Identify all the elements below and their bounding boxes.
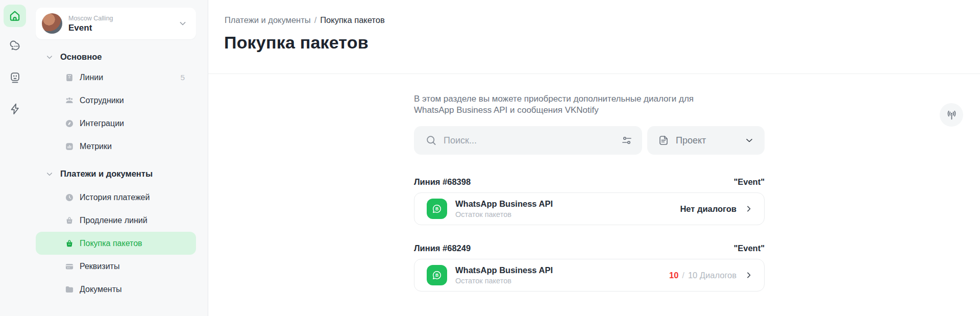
- sidebar-item-label: Линии: [80, 73, 103, 82]
- whatsapp-business-icon: B: [427, 265, 447, 285]
- app-window: Moscow Calling Event Основное Линии 5: [0, 0, 980, 316]
- card-texts: WhatsApp Business API Остаток пакетов: [455, 199, 680, 219]
- sidebar-item-requisites[interactable]: Реквизиты: [36, 255, 196, 278]
- rail-chats-button[interactable]: [4, 34, 26, 57]
- svg-text:B: B: [435, 273, 438, 278]
- package-card[interactable]: B WhatsApp Business API Остаток пакетов …: [414, 259, 765, 291]
- card-right: Нет диалогов: [680, 204, 754, 214]
- line-group-head: Линия #68249 "Event": [414, 244, 765, 253]
- account-company: Moscow Calling: [68, 14, 178, 22]
- sidebar-item-label: Реквизиты: [80, 262, 119, 271]
- section-main[interactable]: Основное: [30, 52, 208, 62]
- account-name: Event: [68, 22, 178, 33]
- dialogs-remaining: 10: [669, 271, 678, 280]
- sidebar-item-payment-history[interactable]: История платежей: [36, 186, 196, 209]
- page-title: Покупка пакетов: [224, 33, 369, 53]
- credit-card-icon: [64, 261, 75, 272]
- section-payments[interactable]: Платежи и документы: [30, 169, 208, 179]
- sidebar-item-label: Покупка пакетов: [80, 239, 142, 248]
- sidebar-item-employees[interactable]: Сотрудники: [36, 89, 196, 112]
- search-input[interactable]: [444, 135, 615, 146]
- chevron-right-icon: [744, 204, 754, 214]
- card-right: 10 / 10 Диалогов: [669, 270, 754, 280]
- chevron-down-icon: [45, 53, 54, 61]
- breadcrumb: Платежи и документы / Покупка пакетов: [225, 15, 385, 25]
- sidebar-item-label: Продление линий: [80, 216, 148, 225]
- nav-list-payments: История платежей Продление линий Покупка…: [30, 186, 208, 301]
- sidebar-item-label: Сотрудники: [80, 96, 124, 105]
- line-group: Линия #68249 "Event" B WhatsApp Business…: [414, 244, 765, 291]
- description-line: В этом разделе вы можете приобрести допо…: [414, 93, 765, 105]
- metrics-icon: [64, 141, 75, 152]
- product-name: WhatsApp Business API: [455, 265, 669, 275]
- filter-settings-icon[interactable]: [621, 134, 633, 147]
- sidebar-item-documents[interactable]: Документы: [36, 278, 196, 301]
- counter-separator: /: [682, 271, 684, 280]
- broadcast-icon: [945, 108, 959, 122]
- whatsapp-business-icon: B: [427, 199, 447, 219]
- purchase-section: В этом разделе вы можете приобрести допо…: [414, 74, 765, 291]
- line-group: Линия #68398 "Event" B WhatsApp Business…: [414, 177, 765, 225]
- chevron-down-icon: [178, 18, 188, 29]
- nav-list-main: Линии 5 Сотрудники Интеграции Метрики: [30, 66, 208, 158]
- dialogs-counter: 10 / 10 Диалогов: [669, 271, 737, 280]
- product-name: WhatsApp Business API: [455, 199, 680, 209]
- sidebar-item-integrations[interactable]: Интеграции: [36, 112, 196, 135]
- account-switcher[interactable]: Moscow Calling Event: [36, 8, 196, 39]
- product-subtitle: Остаток пакетов: [455, 276, 669, 285]
- package-card[interactable]: B WhatsApp Business API Остаток пакетов …: [414, 192, 765, 225]
- sidebar-item-metrics[interactable]: Метрики: [36, 135, 196, 158]
- project-filter-dropdown[interactable]: Проект: [647, 126, 765, 155]
- sidebar-item-line-renewal[interactable]: Продление линий: [36, 209, 196, 232]
- filters-row: Проект: [414, 126, 765, 155]
- rail-lightning-button[interactable]: [4, 98, 26, 120]
- home-icon: [8, 9, 21, 22]
- product-subtitle: Остаток пакетов: [455, 210, 680, 219]
- dialogs-total: 10 Диалогов: [688, 271, 737, 280]
- breadcrumb-current: Покупка пакетов: [320, 15, 384, 25]
- rail-home-button[interactable]: [4, 5, 26, 27]
- project-icon: [657, 134, 670, 147]
- search-icon: [425, 134, 437, 147]
- breadcrumb-parent-link[interactable]: Платежи и документы: [225, 15, 311, 25]
- chevron-down-icon: [45, 170, 54, 178]
- breadcrumb-separator: /: [314, 15, 317, 25]
- avatar: [42, 13, 62, 34]
- card-texts: WhatsApp Business API Остаток пакетов: [455, 265, 669, 285]
- sidebar-item-label: История платежей: [80, 193, 150, 202]
- account-texts: Moscow Calling Event: [68, 14, 178, 33]
- folder-icon: [64, 284, 75, 295]
- search-box: [414, 126, 642, 155]
- sidebar: Moscow Calling Event Основное Линии 5: [30, 0, 208, 316]
- rail-bot-button[interactable]: [4, 66, 26, 88]
- svg-text:B: B: [435, 206, 438, 211]
- broadcast-button[interactable]: [940, 103, 963, 127]
- chevron-right-icon: [744, 270, 754, 280]
- basket-icon: [64, 215, 75, 226]
- integrations-icon: [64, 118, 75, 129]
- sidebar-item-label: Документы: [80, 285, 121, 294]
- sidebar-item-label: Метрики: [80, 142, 112, 151]
- bot-icon: [8, 70, 22, 84]
- line-number: Линия #68398: [414, 177, 471, 187]
- section-payments-label: Платежи и документы: [60, 169, 153, 179]
- clock-icon: [64, 192, 75, 203]
- lines-icon: [64, 72, 75, 83]
- section-main-label: Основное: [60, 52, 102, 62]
- sidebar-item-lines[interactable]: Линии 5: [36, 66, 196, 89]
- dialogs-status: Нет диалогов: [680, 204, 737, 214]
- chats-icon: [8, 39, 22, 53]
- sidebar-item-label: Интеграции: [80, 119, 124, 128]
- chevron-down-icon: [744, 135, 754, 145]
- people-icon: [64, 95, 75, 106]
- lines-count-badge: 5: [180, 73, 185, 82]
- icon-rail: [0, 0, 30, 316]
- line-project-name: "Event": [733, 244, 765, 253]
- line-number: Линия #68249: [414, 244, 471, 253]
- sidebar-item-package-purchase[interactable]: Покупка пакетов: [36, 232, 196, 255]
- line-project-name: "Event": [733, 177, 765, 187]
- project-filter-label: Проект: [676, 135, 706, 146]
- section-description: В этом разделе вы можете приобрести допо…: [414, 93, 765, 116]
- description-line: WhatsApp Business API и сообщения VKNoti…: [414, 105, 765, 116]
- main-content: Платежи и документы / Покупка пакетов По…: [208, 0, 980, 316]
